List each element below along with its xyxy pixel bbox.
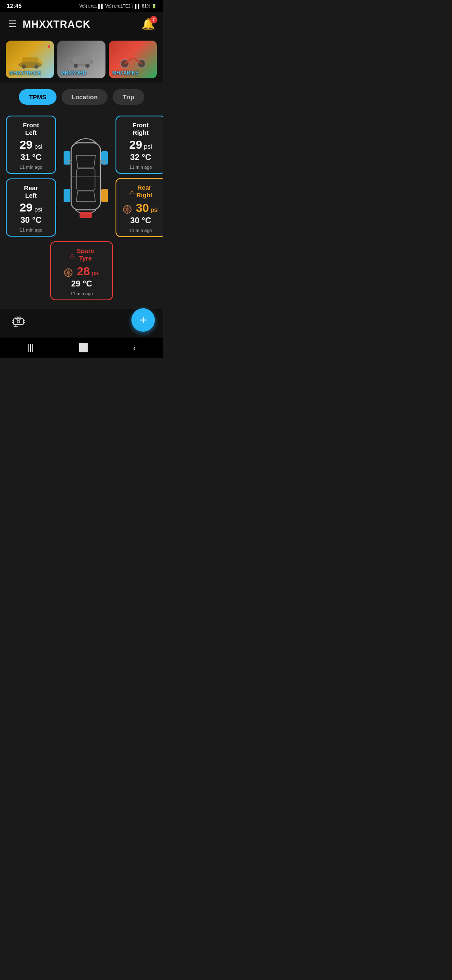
vehicle-track-label: MHXXTRACK [9, 70, 41, 76]
tire-card-rear-left: RearLeft 29 psi 30 °C 11 min ago [6, 178, 56, 237]
tire-name-rr: RearRight [136, 184, 152, 199]
svg-point-7 [74, 64, 78, 68]
tire-time-fr: 11 min ago [121, 165, 161, 170]
nav-back-icon[interactable]: ‹ [133, 343, 136, 353]
status-time: 12:45 [7, 3, 22, 9]
svg-rect-16 [64, 189, 70, 202]
vehicle-cards-list: ♥ MHXXTRACK MHXXOBD MHXXBIKE [0, 36, 163, 83]
tire-time-rr: 11 min ago [121, 228, 161, 233]
tpms-grid: FrontLeft 29 psi 31 °C 11 min ago [6, 116, 157, 237]
rear-right-warning-row: ⚠ RearRight [121, 184, 161, 201]
notification-button[interactable]: 🔔 7 [141, 18, 155, 31]
svg-point-8 [85, 64, 90, 68]
sensor-icon-rr: 🛞 [123, 205, 132, 214]
svg-rect-17 [101, 189, 108, 202]
tire-time-fl: 11 min ago [11, 165, 51, 170]
car-diagram [60, 130, 111, 222]
vehicle-bike-label: MHXXBIKE [112, 70, 139, 76]
warning-triangle-rr: ⚠ [129, 189, 135, 197]
tab-trip[interactable]: Trip [113, 89, 144, 105]
engine-icon[interactable] [10, 315, 27, 332]
favorite-icon: ♥ [47, 43, 51, 50]
sensor-icon-spare: 🛞 [64, 268, 73, 277]
svg-point-4 [34, 64, 39, 69]
tire-pressure-spare: 🛞 28 psi [59, 266, 104, 277]
vehicle-obd-label: MHXXOBD [61, 70, 86, 76]
vehicle-card-obd[interactable]: MHXXOBD [57, 41, 105, 78]
android-nav-bar: ||| ⬜ ‹ [0, 338, 163, 358]
tabs: TPMS Location Trip [0, 83, 163, 111]
tire-temp-rr: 30 °C [121, 216, 161, 225]
add-button[interactable]: + [131, 308, 155, 332]
vehicle-card-bike[interactable]: MHXXBIKE [109, 41, 157, 78]
svg-rect-13 [77, 169, 95, 190]
tire-temp-fl: 31 °C [11, 152, 51, 162]
spare-warning-row: ⚠ SpareTyre [59, 247, 104, 265]
svg-rect-11 [131, 55, 135, 58]
tire-card-front-right: FrontRight 29 psi 32 °C 11 min ago [116, 116, 163, 174]
tpms-section: FrontLeft 29 psi 31 °C 11 min ago [0, 111, 163, 309]
tab-location[interactable]: Location [62, 89, 108, 105]
tire-temp-spare: 29 °C [59, 279, 104, 289]
tire-card-front-left: FrontLeft 29 psi 31 °C 11 min ago [6, 116, 56, 174]
tire-temp-rl: 30 °C [11, 215, 51, 225]
vehicle-card-track[interactable]: ♥ MHXXTRACK [6, 41, 54, 78]
svg-rect-6 [72, 57, 91, 64]
svg-rect-18 [80, 212, 92, 218]
tire-pressure-rl: 29 psi [11, 202, 51, 214]
notification-badge: 7 [150, 16, 157, 23]
svg-rect-24 [19, 317, 21, 319]
status-bar: 12:45 Vo)) LTE1 ▌▌ Vo)) LTELTE2 ↓ ▌▌ 81%… [0, 0, 163, 12]
svg-rect-23 [16, 317, 18, 319]
tire-name-spare: SpareTyre [77, 247, 94, 262]
tire-time-spare: 11 min ago [59, 291, 104, 296]
tab-tpms[interactable]: TPMS [19, 89, 56, 105]
spare-row: ⚠ SpareTyre 🛞 28 psi 29 °C 11 min ago [6, 241, 157, 300]
header-left: ☰ MHXXTRACK [8, 18, 90, 30]
tire-pressure-rr: 🛞 30 psi [121, 202, 161, 214]
tire-card-spare: ⚠ SpareTyre 🛞 28 psi 29 °C 11 min ago [50, 241, 113, 300]
tire-name-fl: FrontLeft [11, 121, 51, 137]
menu-icon[interactable]: ☰ [8, 19, 17, 30]
car-svg [63, 130, 109, 222]
signal-info: Vo)) LTE1 ▌▌ Vo)) LTELTE2 ↓ ▌▌ 81% 🔋 [80, 4, 157, 8]
warning-triangle-spare: ⚠ [69, 252, 75, 260]
svg-point-31 [17, 320, 20, 323]
nav-recent-icon[interactable]: ||| [27, 343, 34, 353]
engine-svg [10, 315, 27, 329]
status-icons: Vo)) LTE1 ▌▌ Vo)) LTELTE2 ↓ ▌▌ 81% 🔋 [80, 4, 157, 8]
bottom-bar: + [0, 309, 163, 338]
svg-rect-22 [13, 319, 23, 325]
svg-point-3 [22, 64, 26, 69]
tire-time-rl: 11 min ago [11, 227, 51, 232]
tire-temp-fr: 32 °C [121, 152, 161, 162]
tire-name-rl: RearLeft [11, 184, 51, 199]
tire-pressure-fr: 29 psi [121, 139, 161, 151]
tire-pressure-fl: 29 psi [11, 139, 51, 151]
tire-name-fr: FrontRight [121, 121, 161, 137]
nav-home-icon[interactable]: ⬜ [78, 343, 89, 353]
app-title: MHXXTRACK [23, 18, 90, 30]
header: ☰ MHXXTRACK 🔔 7 [0, 12, 163, 36]
tire-card-rear-right: ⚠ RearRight 🛞 30 psi 30 °C 11 min ago [116, 178, 163, 237]
